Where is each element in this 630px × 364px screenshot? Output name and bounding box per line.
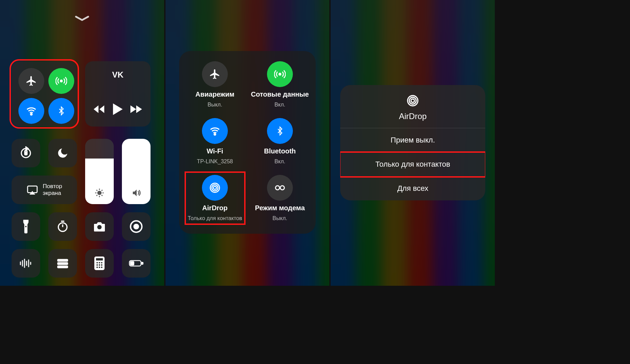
wifi-title: Wi-Fi bbox=[207, 147, 223, 155]
connectivity-tile[interactable] bbox=[12, 61, 77, 127]
svg-point-24 bbox=[101, 267, 103, 268]
svg-point-1 bbox=[31, 114, 32, 115]
wifi-sub: TP-LINK_3258 bbox=[197, 159, 233, 165]
bluetooth-cell[interactable]: Bluetooth Вкл. bbox=[264, 118, 296, 165]
airdrop-option-everyone[interactable]: Для всех bbox=[340, 177, 485, 200]
bluetooth-title: Bluetooth bbox=[264, 147, 296, 155]
media-source-label: VK bbox=[90, 70, 146, 80]
rewind-button[interactable] bbox=[94, 105, 105, 113]
wifi-toggle[interactable] bbox=[18, 98, 44, 124]
timer-button[interactable] bbox=[48, 212, 77, 241]
hearing-button[interactable] bbox=[12, 249, 40, 278]
svg-point-8 bbox=[97, 225, 102, 229]
screen-record-button[interactable] bbox=[122, 212, 151, 241]
play-button[interactable] bbox=[113, 103, 123, 115]
hotspot-sub: Выкл. bbox=[272, 215, 287, 221]
connectivity-expanded-panel: Авиарежим Выкл. Сотовые данные Вкл. Wi-F… bbox=[179, 51, 316, 234]
airplane-cell[interactable]: Авиарежим Выкл. bbox=[195, 61, 235, 108]
record-icon bbox=[129, 220, 143, 233]
camera-button[interactable] bbox=[85, 212, 114, 241]
brightness-slider[interactable] bbox=[85, 139, 114, 204]
svg-point-17 bbox=[99, 262, 100, 263]
airdrop-highlight bbox=[186, 173, 244, 224]
cellular-title: Сотовые данные bbox=[251, 90, 309, 98]
airdrop-sheet-title: AirDrop bbox=[340, 112, 485, 121]
svg-point-20 bbox=[99, 264, 100, 266]
volume-slider[interactable] bbox=[122, 139, 151, 204]
svg-rect-11 bbox=[57, 259, 68, 262]
screenshot-3: AirDrop Прием выкл. Только для контактов… bbox=[331, 0, 495, 286]
svg-point-10 bbox=[133, 224, 139, 230]
low-power-button[interactable] bbox=[122, 249, 151, 278]
volume-icon bbox=[131, 188, 142, 198]
wifi-icon bbox=[209, 125, 221, 137]
forward-button[interactable] bbox=[130, 105, 142, 113]
svg-rect-15 bbox=[96, 258, 103, 261]
svg-point-28 bbox=[279, 73, 281, 75]
bluetooth-toggle[interactable] bbox=[48, 98, 74, 124]
bluetooth-icon bbox=[57, 105, 66, 117]
svg-point-18 bbox=[101, 262, 103, 263]
svg-rect-13 bbox=[57, 265, 68, 268]
svg-point-21 bbox=[101, 264, 103, 266]
wifi-cell[interactable]: Wi-Fi TP-LINK_3258 bbox=[197, 118, 233, 165]
battery-icon bbox=[129, 259, 144, 267]
cellular-toggle[interactable] bbox=[48, 68, 74, 94]
svg-point-5 bbox=[98, 191, 101, 195]
calculator-icon bbox=[94, 257, 105, 270]
bluetooth-icon bbox=[275, 125, 285, 137]
hotspot-icon bbox=[273, 184, 286, 192]
camera-icon bbox=[93, 221, 106, 232]
airplane-icon bbox=[209, 68, 221, 80]
screenshot-2: Авиарежим Выкл. Сотовые данные Вкл. Wi-F… bbox=[166, 0, 330, 286]
airplane-toggle[interactable] bbox=[18, 68, 44, 94]
grabber-chevron-icon[interactable] bbox=[75, 15, 90, 21]
svg-point-35 bbox=[411, 99, 414, 102]
svg-point-0 bbox=[60, 80, 62, 82]
rotation-lock-icon bbox=[19, 146, 33, 160]
svg-rect-27 bbox=[130, 262, 134, 265]
airplane-icon bbox=[26, 75, 37, 87]
brightness-icon bbox=[94, 188, 105, 198]
screen-mirroring-button[interactable]: Повтор экрана bbox=[12, 176, 77, 204]
media-tile[interactable]: VK bbox=[85, 61, 151, 127]
do-not-disturb-button[interactable] bbox=[48, 139, 77, 167]
hotspot-cell[interactable]: Режим модема Выкл. bbox=[255, 175, 305, 221]
svg-rect-26 bbox=[142, 262, 143, 264]
flashlight-button[interactable] bbox=[12, 212, 40, 241]
svg-point-16 bbox=[96, 262, 98, 263]
orientation-lock-button[interactable] bbox=[12, 139, 40, 167]
svg-rect-3 bbox=[25, 152, 27, 155]
timer-icon bbox=[56, 220, 69, 233]
wallet-icon bbox=[56, 258, 69, 269]
airplane-sub: Выкл. bbox=[208, 102, 222, 108]
svg-point-22 bbox=[96, 267, 98, 268]
svg-point-29 bbox=[214, 134, 216, 135]
bluetooth-sub: Вкл. bbox=[274, 159, 285, 165]
svg-point-34 bbox=[280, 186, 284, 190]
svg-point-7 bbox=[58, 223, 67, 231]
cellular-cell[interactable]: Сотовые данные Вкл. bbox=[251, 61, 309, 108]
cellular-sub: Вкл. bbox=[274, 102, 285, 108]
screen-mirroring-label: Повтор экрана bbox=[43, 183, 62, 196]
wallet-button[interactable] bbox=[48, 249, 77, 278]
svg-point-23 bbox=[99, 267, 100, 268]
airdrop-option-contacts[interactable]: Только для контактов bbox=[340, 152, 485, 177]
cellular-icon bbox=[274, 68, 286, 80]
svg-point-6 bbox=[25, 226, 27, 227]
cellular-icon bbox=[56, 75, 67, 87]
flashlight-icon bbox=[22, 220, 30, 233]
airdrop-icon bbox=[406, 94, 420, 107]
moon-icon bbox=[57, 147, 69, 159]
airdrop-option-off[interactable]: Прием выкл. bbox=[340, 128, 485, 152]
screenshot-1: VK bbox=[0, 0, 164, 286]
airplane-title: Авиарежим bbox=[195, 90, 235, 98]
hotspot-title: Режим модема bbox=[255, 204, 305, 212]
calculator-button[interactable] bbox=[85, 249, 114, 278]
screen-mirroring-icon bbox=[27, 185, 38, 195]
svg-rect-12 bbox=[57, 262, 68, 265]
svg-point-33 bbox=[275, 186, 280, 190]
audio-bars-icon bbox=[19, 259, 33, 268]
svg-point-36 bbox=[409, 97, 416, 104]
wifi-icon bbox=[26, 105, 37, 117]
